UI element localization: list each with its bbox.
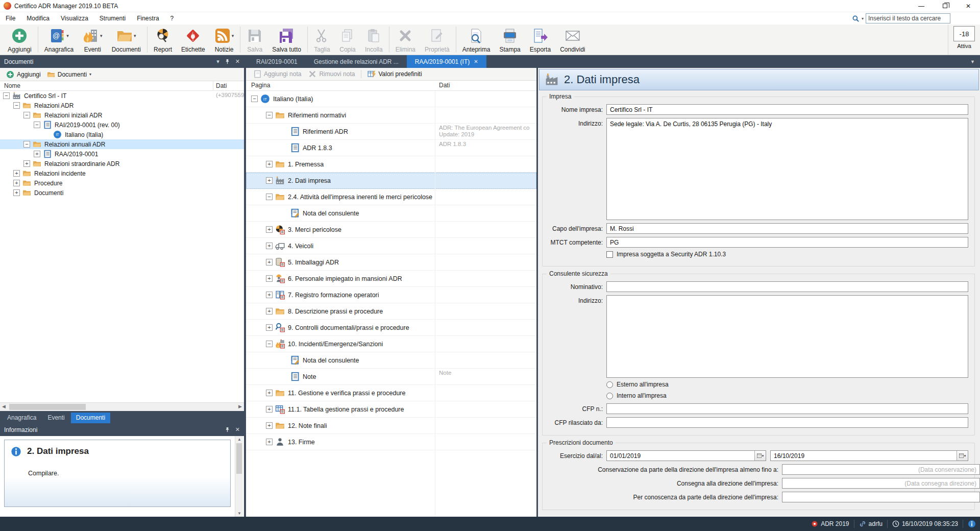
expand-icon[interactable]: + (23, 160, 30, 167)
dropdown-arrow-icon[interactable]: ▾ (100, 33, 103, 38)
nominativo-input[interactable] (606, 281, 968, 292)
cfp-input[interactable] (606, 403, 968, 414)
consegna-input[interactable] (782, 478, 980, 489)
expand-icon[interactable]: + (34, 151, 40, 157)
toolbar-esporta[interactable]: Esporta (525, 25, 555, 55)
toolbar-condividi[interactable]: Condividi (555, 25, 590, 55)
esercizio-dal-input[interactable] (607, 451, 754, 461)
tree-row-procedure[interactable]: +Procedure (0, 178, 244, 188)
column-dati[interactable]: Dati (439, 82, 450, 89)
tree-row-7-registro-formazione-operatori[interactable]: +7. Registro formazione operatori (246, 287, 536, 303)
tree-row-2-dati-impresa[interactable]: +2. Dati impresa (246, 173, 536, 189)
search-dropdown-icon[interactable]: ▾ (862, 16, 864, 21)
toolbar-salva[interactable]: Salva (242, 25, 267, 55)
toolbar-etichette[interactable]: 3Etichette (177, 25, 210, 55)
indirizzo-textarea[interactable] (606, 118, 968, 220)
expand-icon[interactable]: + (266, 226, 273, 233)
collapse-icon[interactable]: − (23, 141, 30, 148)
search-icon[interactable] (852, 15, 860, 22)
expand-icon[interactable]: + (266, 390, 273, 396)
column-dati[interactable]: Dati (216, 82, 227, 89)
toolbar-propriet[interactable]: Proprietà (420, 25, 454, 55)
collapse-icon[interactable]: − (266, 194, 273, 200)
pagetool-aggiungi-nota[interactable]: Aggiungi nota (250, 69, 304, 79)
menu-strumenti[interactable]: Strumenti (94, 12, 131, 25)
scrollbar-thumb[interactable] (236, 443, 242, 474)
security-checkbox[interactable] (606, 251, 613, 258)
tab-gestione-delle-relazioni-adr[interactable]: Gestione delle relazioni ADR ... (306, 55, 407, 68)
close-panel-icon[interactable]: ✕ (235, 58, 240, 65)
tree-row-3-merci-pericolose[interactable]: +3. Merci pericolose (246, 222, 536, 238)
calendar-dropdown-icon[interactable]: ▾ (957, 451, 968, 461)
expand-icon[interactable]: + (266, 161, 273, 167)
minimize-button[interactable]: — (910, 0, 933, 12)
nome-impresa-input[interactable] (606, 104, 968, 115)
tree-row-adr-1-8-3[interactable]: ADR 1.8.3ADR 1.8.3 (246, 140, 536, 156)
toolbar-documenti[interactable]: ▾Documenti (107, 25, 145, 55)
tree-row-11-gestione-e-verifica-prassi-e-procedure[interactable]: +11. Gestione e verifica prassi e proced… (246, 385, 536, 401)
trial-activation[interactable]: -18 Attiva (948, 25, 980, 55)
tree-row-nota-del-consulente[interactable]: Nota del consulente (246, 352, 536, 369)
expand-icon[interactable]: + (266, 259, 273, 266)
pin-icon[interactable] (225, 427, 230, 432)
scrollbar-thumb[interactable] (9, 404, 86, 410)
tree-row-4-veicoli[interactable]: +4. Veicoli (246, 238, 536, 254)
collapse-icon[interactable]: − (23, 112, 30, 118)
esterno-radio[interactable] (606, 381, 613, 388)
user-status[interactable]: adrfu (859, 520, 883, 527)
tree-row-relazioni-iniziali-adr[interactable]: −Relazioni iniziali ADR (0, 110, 244, 120)
expand-icon[interactable]: + (266, 292, 273, 298)
scroll-right-icon[interactable]: ▶ (238, 404, 242, 409)
tree-row-nota-del-consulente[interactable]: Nota del consulente (246, 205, 536, 222)
adr-status[interactable]: ADR 2019 (811, 520, 849, 527)
close-tab-icon[interactable]: ✕ (474, 59, 478, 64)
tree-row-13-firme[interactable]: +13. Firme (246, 434, 536, 450)
tree-row-relazioni-annuali-adr[interactable]: −Relazioni annuali ADR (0, 139, 244, 149)
conoscenza-input[interactable] (782, 492, 980, 502)
calendar-dropdown-icon[interactable]: ▾ (754, 451, 766, 461)
tab-raa-2019-0001-it[interactable]: RAA/2019-0001 (IT)✕ (407, 55, 486, 68)
tree-row-12-note-finali[interactable]: +12. Note finali (246, 418, 536, 434)
toolbar-report[interactable]: Report (149, 25, 177, 55)
conservazione-input[interactable] (782, 464, 980, 475)
add-document-button[interactable]: Aggiungi (4, 69, 43, 80)
mtct-input[interactable] (606, 237, 968, 248)
cfp-rilasciato-input[interactable] (606, 417, 968, 428)
dock-tab-anagrafica[interactable]: Anagrafica (2, 413, 41, 423)
collapse-icon[interactable]: − (266, 112, 273, 118)
menu-visualizza[interactable]: Visualizza (55, 12, 94, 25)
tree-row-relazioni-adr[interactable]: −Relazioni ADR (0, 101, 244, 110)
expand-icon[interactable]: + (266, 275, 273, 282)
scroll-left-icon[interactable]: ◀ (2, 404, 6, 409)
help-info-icon[interactable] (968, 520, 976, 528)
dock-tab-documenti[interactable]: Documenti (71, 413, 110, 423)
dock-tab-eventi[interactable]: Eventi (42, 413, 69, 423)
scroll-down-icon[interactable]: ▼ (237, 511, 241, 516)
menu-modifica[interactable]: Modifica (21, 12, 55, 25)
expand-icon[interactable]: + (13, 180, 20, 186)
tree-row-italiano-italia[interactable]: ITItaliano (Italia) (0, 130, 244, 139)
tree-row-rai-2019-0001-rev-00[interactable]: −RAI/2019-0001 (rev. 00) (0, 120, 244, 130)
tree-row-2-4-attivit-dell-impresa-inerenti-le-merci-pericolose[interactable]: −2.4. Attività dell'impresa inerenti le … (246, 189, 536, 205)
tree-row-raa-2019-0001[interactable]: +RAA/2019-0001 (0, 149, 244, 159)
toolbar-elimina[interactable]: Elimina (391, 25, 420, 55)
restore-button[interactable] (933, 0, 957, 12)
column-pagina[interactable]: Pagina (251, 82, 270, 89)
expand-icon[interactable]: + (266, 406, 273, 413)
tree-row-11-1-tabella-gestione-prassi-e-procedure[interactable]: +11.1. Tabella gestione prassi e procedu… (246, 401, 536, 418)
expand-icon[interactable]: + (266, 439, 273, 445)
scroll-up-icon[interactable]: ▲ (237, 437, 241, 442)
collapse-icon[interactable]: − (251, 95, 258, 102)
dropdown-arrow-icon[interactable]: ▾ (66, 33, 69, 38)
toolbar-aggiungi[interactable]: Aggiungi (3, 25, 36, 55)
collapse-icon[interactable]: − (3, 92, 10, 99)
dropdown-arrow-icon[interactable]: ▾ (134, 33, 136, 38)
documents-menu-button[interactable]: Documenti ▾ (45, 69, 93, 80)
close-panel-icon[interactable]: ✕ (235, 426, 240, 433)
toolbar-notizie[interactable]: ▾Notizie (210, 25, 239, 55)
menu-finestra[interactable]: Finestra (131, 12, 164, 25)
tree-row-certifico-srl-it[interactable]: −Certifico Srl - IT(+3907559 (0, 91, 244, 101)
tree-row-10-incidenti-emergenze-sanzioni[interactable]: −10. Incidenti/Emergenze/Sanzioni (246, 336, 536, 352)
interno-radio[interactable] (606, 393, 613, 399)
collapse-icon[interactable]: − (34, 122, 40, 128)
